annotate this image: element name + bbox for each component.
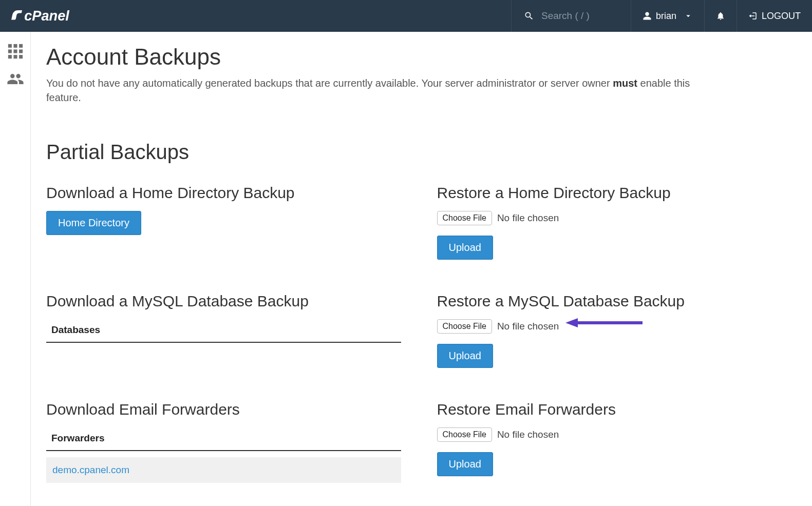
svg-rect-2: [13, 44, 17, 48]
search-icon: [524, 11, 534, 21]
cpanel-logo[interactable]: cPanel: [0, 7, 98, 25]
svg-rect-5: [13, 49, 17, 53]
home-directory-button[interactable]: Home Directory: [46, 211, 141, 235]
restore-forwarders-section: Restore Email Forwarders Choose File No …: [437, 401, 792, 483]
intro-before: You do not have any automatically genera…: [46, 77, 613, 89]
restore-mysql-title: Restore a MySQL Database Backup: [437, 293, 792, 310]
logout-button[interactable]: LOGOUT: [737, 0, 812, 32]
svg-rect-9: [19, 55, 23, 59]
svg-rect-1: [8, 44, 11, 48]
chevron-down-icon: [684, 11, 693, 21]
main-content: Account Backups You do not have any auto…: [31, 32, 812, 506]
sidebar-apps-button[interactable]: [5, 41, 26, 62]
restore-mysql-file-status: No file chosen: [497, 321, 559, 332]
download-home-section: Download a Home Directory Backup Home Di…: [46, 184, 401, 260]
download-forwarders-title: Download Email Forwarders: [46, 401, 401, 418]
download-mysql-title: Download a MySQL Database Backup: [46, 293, 401, 310]
restore-forwarders-choose-file[interactable]: Choose File: [437, 427, 492, 442]
top-header: cPanel brian LOGOUT: [0, 0, 812, 32]
restore-home-section: Restore a Home Directory Backup Choose F…: [437, 184, 792, 260]
search-input[interactable]: [541, 10, 618, 22]
logout-icon: [748, 11, 758, 21]
users-icon: [7, 70, 24, 88]
restore-forwarders-file-status: No file chosen: [497, 429, 559, 440]
download-mysql-section: Download a MySQL Database Backup Databas…: [46, 293, 401, 368]
download-forwarders-section: Download Email Forwarders Forwarders dem…: [46, 401, 401, 483]
notifications-button[interactable]: [704, 0, 737, 32]
intro-bold: must: [613, 77, 637, 89]
intro-text: You do not have any automatically genera…: [46, 76, 714, 105]
header-search[interactable]: [511, 0, 631, 32]
restore-mysql-choose-file[interactable]: Choose File: [437, 319, 492, 334]
svg-text:cPanel: cPanel: [24, 8, 70, 24]
page-title: Account Backups: [46, 44, 791, 70]
restore-home-title: Restore a Home Directory Backup: [437, 184, 792, 202]
restore-home-upload-button[interactable]: Upload: [437, 236, 493, 260]
partial-backups-title: Partial Backups: [46, 141, 791, 164]
svg-rect-8: [13, 55, 17, 59]
cpanel-logo-icon: cPanel: [10, 7, 87, 25]
user-menu[interactable]: brian: [631, 0, 704, 32]
restore-home-choose-file[interactable]: Choose File: [437, 211, 492, 225]
restore-mysql-section: Restore a MySQL Database Backup Choose F…: [437, 293, 792, 368]
forwarder-row: demo.cpanel.com: [46, 457, 401, 483]
download-home-title: Download a Home Directory Backup: [46, 184, 401, 202]
svg-rect-7: [8, 55, 11, 59]
svg-rect-6: [19, 49, 23, 53]
bell-icon: [716, 11, 725, 21]
restore-mysql-upload-button[interactable]: Upload: [437, 344, 493, 368]
grid-icon: [7, 43, 24, 60]
logout-label: LOGOUT: [762, 11, 801, 22]
restore-home-file-status: No file chosen: [497, 212, 559, 224]
forwarders-heading: Forwarders: [46, 427, 401, 451]
user-icon: [643, 11, 652, 21]
svg-rect-4: [8, 49, 11, 53]
username: brian: [656, 11, 676, 22]
sidebar-users-button[interactable]: [5, 69, 26, 89]
restore-forwarders-upload-button[interactable]: Upload: [437, 452, 493, 476]
forwarder-link[interactable]: demo.cpanel.com: [52, 464, 129, 475]
svg-rect-3: [19, 44, 23, 48]
restore-forwarders-title: Restore Email Forwarders: [437, 401, 792, 418]
databases-heading: Databases: [46, 319, 401, 343]
sidebar: [0, 32, 31, 506]
